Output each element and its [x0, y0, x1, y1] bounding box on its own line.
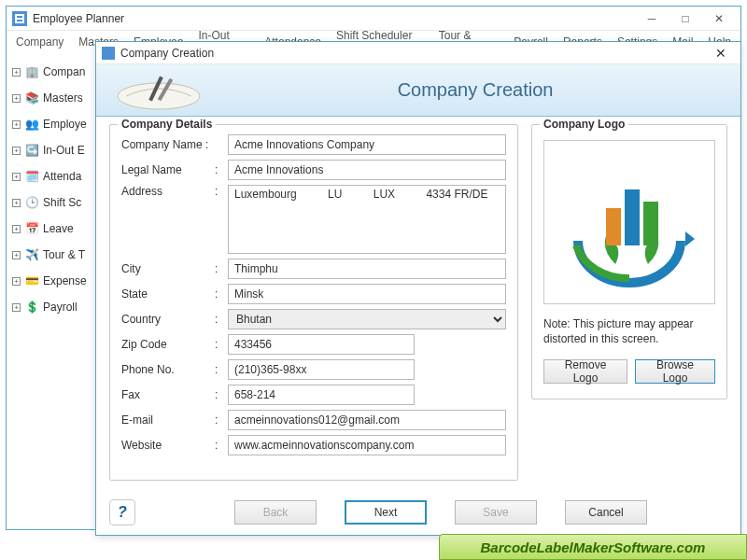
company-creation-dialog: Company Creation ✕ Company Creation Comp… [95, 41, 741, 536]
browse-logo-button[interactable]: Browse Logo [635, 359, 715, 384]
arrow-icon: ↪️ [24, 143, 39, 158]
label-website: Website [121, 439, 215, 452]
card-icon: 💳 [24, 273, 39, 288]
tree-item-employee[interactable]: +👥Employe [10, 111, 95, 137]
label-city: City [121, 262, 215, 275]
zip-input[interactable] [228, 334, 415, 355]
svg-rect-2 [17, 16, 22, 18]
watermark: BarcodeLabelMakerSoftware.com [439, 534, 747, 560]
expand-icon[interactable]: + [12, 303, 21, 312]
dialog-titlebar: Company Creation ✕ [96, 42, 740, 64]
company-name-input[interactable] [228, 134, 506, 155]
dialog-close-button[interactable]: ✕ [707, 46, 735, 61]
logo-note: Note: This picture may appear distorted … [543, 317, 715, 346]
expand-icon[interactable]: + [12, 173, 21, 181]
app-title: Employee Planner [33, 12, 124, 25]
expand-icon[interactable]: + [12, 147, 21, 155]
tree-label: Tour & T [43, 248, 85, 261]
maximize-button[interactable]: □ [669, 9, 701, 28]
tree-item-shift[interactable]: +🕒Shift Sc [10, 189, 95, 216]
tree-label: In-Out E [43, 144, 85, 157]
logo-preview [543, 140, 715, 304]
tree-label: Payroll [43, 301, 78, 314]
save-button[interactable]: Save [455, 500, 537, 525]
label-email: E-mail [121, 413, 215, 427]
company-logo-group: Company Logo Note: This picture may appe… [531, 124, 727, 399]
minimize-button[interactable]: ─ [636, 9, 668, 28]
nav-tree: +🏢Compan +📚Masters +👥Employe +↪️In-Out E… [7, 53, 100, 529]
address-input[interactable]: Luxembourg LU LUX 4334 FR/DE [228, 185, 506, 254]
calendar-icon: 🗓️ [24, 169, 39, 184]
expand-icon[interactable]: + [12, 277, 21, 286]
app-icon [12, 11, 27, 26]
logo-legend: Company Logo [540, 118, 628, 131]
expand-icon[interactable]: + [12, 68, 21, 77]
city-input[interactable] [228, 259, 506, 279]
expand-icon[interactable]: + [12, 199, 21, 207]
company-logo-icon [559, 157, 699, 287]
tree-label: Expense [43, 274, 87, 287]
plane-icon: ✈️ [24, 247, 39, 262]
remove-logo-button[interactable]: Remove Logo [543, 359, 627, 384]
dialog-banner: Company Creation [96, 64, 740, 117]
dialog-title: Company Creation [120, 47, 214, 60]
svg-rect-1 [15, 14, 24, 23]
expand-icon[interactable]: + [12, 225, 21, 233]
expand-icon[interactable]: + [12, 120, 21, 129]
svg-rect-10 [643, 202, 658, 245]
svg-rect-3 [17, 20, 22, 21]
label-address: Address [121, 185, 215, 198]
state-input[interactable] [228, 284, 506, 304]
svg-rect-8 [606, 208, 621, 245]
notebook-icon [107, 68, 210, 113]
label-company-name: Company Name : [121, 138, 215, 151]
tree-item-company[interactable]: +🏢Compan [10, 59, 95, 85]
tree-label: Leave [43, 222, 74, 235]
date-icon: 📅 [24, 221, 39, 236]
dialog-footer: ? Back Next Save Cancel [96, 499, 740, 525]
tree-item-tour[interactable]: +✈️Tour & T [10, 242, 95, 268]
tree-item-inout[interactable]: +↪️In-Out E [10, 137, 95, 163]
svg-marker-11 [685, 231, 695, 246]
tree-label: Masters [43, 91, 83, 105]
website-input[interactable] [228, 435, 506, 455]
tree-item-payroll[interactable]: +💲Payroll [10, 294, 95, 320]
banner-title: Company Creation [210, 79, 740, 101]
back-button[interactable]: Back [234, 500, 317, 525]
svg-rect-4 [102, 47, 115, 60]
tree-label: Shift Sc [43, 196, 81, 209]
menu-company[interactable]: Company [10, 34, 69, 50]
label-legal-name: Legal Name [121, 163, 215, 176]
close-button[interactable]: ✕ [703, 9, 735, 28]
people-icon: 👥 [24, 117, 39, 132]
tree-label: Employe [43, 118, 87, 131]
help-button[interactable]: ? [109, 499, 135, 525]
email-input[interactable] [228, 410, 506, 430]
expand-icon[interactable]: + [12, 94, 21, 103]
expand-icon[interactable]: + [12, 251, 21, 259]
fax-input[interactable] [228, 385, 415, 405]
tree-label: Compan [43, 65, 85, 78]
label-state: State [121, 287, 215, 301]
label-zip: Zip Code [121, 338, 215, 351]
clock-icon: 🕒 [24, 195, 39, 210]
country-select[interactable]: Bhutan [228, 309, 506, 329]
tree-item-expense[interactable]: +💳Expense [10, 268, 95, 294]
label-fax: Fax [121, 388, 215, 401]
dollar-icon: 💲 [24, 300, 39, 315]
label-country: Country [121, 313, 215, 326]
tree-label: Attenda [43, 170, 81, 183]
next-button[interactable]: Next [345, 500, 427, 525]
label-phone: Phone No. [121, 363, 215, 376]
legal-name-input[interactable] [228, 160, 506, 180]
company-details-group: Company Details Company Name : Legal Nam… [109, 124, 518, 481]
tree-item-masters[interactable]: +📚Masters [10, 85, 95, 111]
details-legend: Company Details [118, 118, 216, 131]
books-icon: 📚 [24, 91, 39, 105]
dialog-icon [102, 47, 115, 60]
svg-rect-9 [625, 189, 640, 245]
tree-item-attendance[interactable]: +🗓️Attenda [10, 163, 95, 189]
cancel-button[interactable]: Cancel [565, 500, 647, 525]
tree-item-leave[interactable]: +📅Leave [10, 216, 95, 242]
phone-input[interactable] [228, 359, 415, 380]
